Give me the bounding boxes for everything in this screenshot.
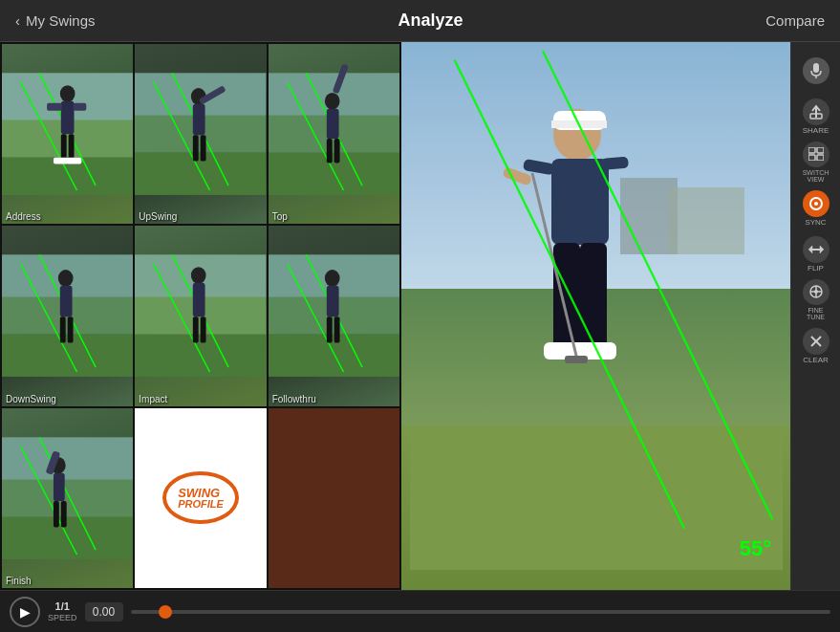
back-chevron-icon: ‹	[15, 12, 20, 29]
svg-rect-21	[193, 135, 199, 161]
svg-rect-7	[47, 103, 62, 111]
share-button[interactable]: SHARE	[795, 96, 837, 138]
svg-rect-19	[193, 104, 205, 135]
thumb-top-label: Top	[272, 211, 288, 222]
right-sidebar: SHARE SWITCHVIEW SYNC	[790, 42, 840, 590]
play-icon: ▶	[20, 604, 31, 620]
svg-rect-92	[808, 147, 815, 153]
svg-rect-41	[68, 316, 74, 342]
svg-rect-40	[60, 316, 66, 342]
thumb-swing-profile[interactable]: SWING PROFILE	[135, 408, 266, 588]
svg-rect-6	[61, 101, 75, 134]
fine-tune-label: FINETUNE	[807, 307, 825, 321]
svg-rect-69	[61, 501, 67, 527]
clear-button[interactable]: CLEAR	[795, 325, 837, 367]
thumb-top[interactable]: Top	[269, 44, 399, 224]
svg-rect-12	[67, 158, 82, 164]
back-button[interactable]: ‹ My Swings	[15, 12, 96, 29]
svg-rect-58	[326, 316, 332, 342]
swing-profile-logo: SWING PROFILE	[162, 471, 239, 524]
scrubber-thumb[interactable]	[159, 605, 172, 619]
svg-point-5	[60, 85, 75, 102]
svg-point-38	[58, 270, 74, 287]
switch-view-label: SWITCHVIEW	[803, 169, 829, 184]
sync-label: SYNC	[805, 219, 826, 228]
timeline	[131, 610, 830, 614]
thumb-followthru[interactable]: Followthru	[269, 226, 399, 405]
svg-rect-76	[551, 159, 609, 245]
svg-rect-22	[201, 135, 206, 161]
speed-control[interactable]: 1/1 SPEED	[48, 600, 77, 622]
speed-value: 1/1	[55, 600, 70, 612]
thumbnail-grid: Address UpSwing	[0, 42, 401, 590]
thumb-impact-label: Impact	[139, 394, 167, 404]
swing-profile-text-top: SWING	[178, 487, 224, 499]
sync-icon	[803, 190, 829, 217]
svg-rect-31	[326, 139, 332, 163]
fine-tune-icon	[803, 279, 829, 305]
thumb-upswing-label: UpSwing	[139, 211, 177, 222]
svg-rect-93	[817, 147, 824, 153]
angle-indicator: 55°	[740, 536, 771, 561]
mic-button[interactable]	[795, 50, 837, 92]
svg-rect-49	[193, 316, 199, 342]
svg-rect-8	[74, 103, 87, 111]
clear-icon	[803, 328, 829, 355]
compare-label: Compare	[765, 12, 825, 29]
thumb-downswing[interactable]: DownSwing	[2, 226, 133, 405]
svg-rect-71	[668, 187, 744, 254]
share-label: SHARE	[803, 127, 829, 136]
swing-profile-oval: SWING PROFILE	[162, 471, 239, 524]
thumb-impact[interactable]: Impact	[135, 226, 266, 405]
thumb-downswing-label: DownSwing	[6, 394, 56, 404]
svg-rect-32	[334, 139, 339, 163]
svg-point-102	[814, 290, 818, 294]
svg-rect-75	[551, 120, 607, 128]
compare-button[interactable]: Compare	[765, 12, 825, 29]
fine-tune-button[interactable]: FINETUNE	[795, 279, 837, 321]
main-video-panel: 55°	[401, 42, 790, 590]
header: ‹ My Swings Analyze Compare	[0, 0, 840, 42]
svg-rect-79	[601, 156, 629, 169]
svg-point-47	[191, 267, 206, 284]
back-label: My Swings	[26, 12, 96, 29]
flip-icon	[803, 236, 829, 263]
scrubber-track[interactable]	[131, 610, 830, 614]
thumb-followthru-label: Followthru	[272, 394, 316, 404]
svg-rect-29	[326, 109, 338, 139]
svg-rect-61	[2, 516, 133, 558]
switch-view-icon	[803, 142, 829, 167]
svg-rect-68	[54, 501, 59, 527]
flip-label: FLIP	[808, 265, 824, 273]
mic-icon	[803, 57, 829, 84]
svg-rect-94	[808, 155, 815, 161]
svg-rect-66	[54, 472, 65, 500]
time-display: 0.00	[85, 602, 123, 621]
svg-rect-62	[2, 437, 133, 479]
svg-rect-85	[565, 356, 588, 363]
svg-point-56	[325, 270, 340, 287]
thumb-upswing[interactable]: UpSwing	[135, 44, 266, 224]
thumb-finish[interactable]: Finish	[2, 408, 133, 588]
switch-view-button[interactable]: SWITCHVIEW	[795, 142, 837, 184]
svg-rect-77	[522, 159, 554, 175]
clear-label: CLEAR	[803, 357, 829, 365]
svg-rect-11	[54, 158, 69, 164]
page-title: Analyze	[398, 11, 463, 31]
svg-rect-48	[193, 283, 205, 316]
svg-rect-81	[580, 243, 607, 348]
thumb-address[interactable]: Address	[2, 44, 133, 224]
play-button[interactable]: ▶	[10, 597, 40, 627]
main-area: Address UpSwing	[0, 42, 840, 590]
bottom-bar: ▶ 1/1 SPEED 0.00	[0, 590, 840, 632]
svg-point-28	[325, 93, 340, 110]
sync-button[interactable]: SYNC	[795, 187, 837, 229]
svg-rect-80	[553, 243, 580, 348]
share-icon	[803, 98, 829, 125]
svg-rect-57	[326, 286, 338, 316]
svg-point-97	[814, 202, 818, 206]
thumb-finish-label: Finish	[6, 576, 32, 586]
flip-button[interactable]: FLIP	[795, 233, 837, 275]
svg-rect-72	[410, 426, 783, 570]
swing-profile-text-bottom: PROFILE	[178, 499, 224, 510]
